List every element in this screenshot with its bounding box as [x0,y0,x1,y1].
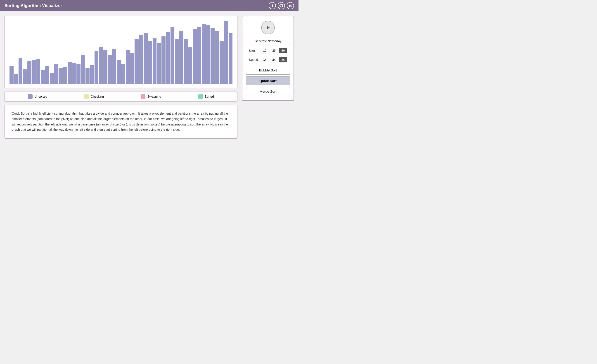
bar [41,70,45,84]
bar [54,64,58,84]
bar [229,33,233,84]
speed-option-1x[interactable]: 1x [261,57,269,62]
bar [112,49,117,84]
bar [19,58,23,84]
bar [161,36,165,84]
bar-chart [8,20,234,84]
info-icon[interactable]: ℹ [269,2,276,9]
algo-button-bubble-sort[interactable]: Bubble Sort [246,66,290,75]
algorithm-buttons: Bubble SortQuick SortMerge Sort [246,66,290,96]
bar [220,41,224,84]
bar [50,73,54,84]
bar [202,24,206,84]
legend-color [28,94,32,99]
bar [126,50,130,84]
bar [184,39,188,84]
bar [45,66,49,84]
description-box: Quick Sort is a highly efficient sorting… [5,105,237,139]
play-button[interactable] [261,21,275,34]
speed-buttons: 1x2x3x [261,57,287,62]
speed-option-2x[interactable]: 2x [270,57,278,62]
bar [130,53,134,84]
bar [166,32,170,84]
legend: UnsortedCheckingSwappingSorted [5,92,237,101]
generate-array-button[interactable]: Generate New Array [246,38,290,44]
size-option-25[interactable]: 25 [270,48,278,53]
bar [36,59,40,84]
visualizer-box [5,16,237,88]
bar [121,64,125,84]
size-option-row: Size 102550 [246,48,290,53]
bar [90,65,94,84]
bar [215,31,219,84]
bar [197,27,201,84]
size-option-50[interactable]: 50 [279,48,287,53]
bar [14,74,18,84]
bar [139,35,143,84]
bar [9,66,14,84]
bar [179,31,183,84]
algo-button-merge-sort[interactable]: Merge Sort [246,87,290,96]
legend-label: Unsorted [34,95,47,98]
legend-item: Swapping [141,94,161,99]
svg-marker-0 [267,26,270,30]
bar [134,39,139,84]
size-option-10[interactable]: 10 [261,48,269,53]
bar [72,63,76,84]
size-label: Size [249,49,259,53]
bar [63,67,67,84]
legend-item: Sorted [198,94,214,99]
bar [171,27,175,84]
algo-button-quick-sort[interactable]: Quick Sort [246,77,290,85]
left-panel: UnsortedCheckingSwappingSorted Quick Sor… [5,16,237,139]
bar [117,60,121,84]
linkedin-icon[interactable]: in [287,2,294,9]
bar [68,62,72,84]
bar [193,29,197,85]
legend-color [141,94,145,99]
description-text: Quick Sort is a highly efficient sorting… [12,111,230,132]
legend-color [198,94,203,99]
legend-item: Checking [84,94,104,99]
size-buttons: 102550 [261,48,287,53]
legend-label: Checking [91,95,104,98]
speed-label: Speed [249,58,259,62]
legend-label: Sorted [205,95,214,98]
bar [99,47,103,84]
bar [224,21,228,84]
bar [188,47,192,84]
bar [27,61,31,84]
bar [103,50,107,84]
app-header: Sorting Algorithm Visualizer ℹ in [0,0,298,11]
bar [81,55,85,84]
app-title: Sorting Algorithm Visualizer [5,3,62,8]
legend-item: Unsorted [28,94,47,99]
bar [144,33,148,84]
bar [206,25,210,84]
header-icons: ℹ in [269,2,294,9]
legend-color [84,94,89,99]
bar [86,68,90,84]
bar [108,55,112,84]
speed-option-3x[interactable]: 3x [279,57,287,62]
bar [157,43,161,84]
main-content: UnsortedCheckingSwappingSorted Quick Sor… [0,11,298,143]
bar [23,70,27,84]
legend-label: Swapping [147,95,161,98]
bar [94,51,99,84]
bar [175,39,179,84]
bar [76,64,80,84]
bar [59,68,63,84]
bar [148,41,152,84]
bar [211,28,215,84]
right-panel: Generate New Array Size 102550 Speed 1x2… [242,16,294,101]
github-icon[interactable] [278,2,285,9]
speed-option-row: Speed 1x2x3x [246,57,290,62]
bar [153,38,157,84]
bar [32,60,36,84]
